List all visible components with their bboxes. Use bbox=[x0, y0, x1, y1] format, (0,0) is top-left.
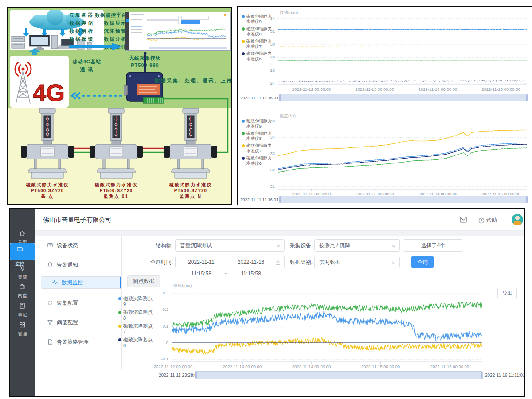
menu-item-alarm-notify[interactable]: 告警通知 bbox=[41, 258, 121, 272]
cloud-labels: 云服务器 数据存储 数据解析 数据反馈 bbox=[69, 11, 94, 43]
svg-text:位移(mm): 位移(mm) bbox=[279, 10, 298, 15]
mini-menu-line bbox=[131, 32, 142, 33]
gear-icon bbox=[19, 265, 26, 271]
displacement-time-slider[interactable] bbox=[279, 94, 528, 101]
mini-select bbox=[181, 16, 209, 20]
instrument-label: 磁致式静力水准仪 PT500-SZY20 监测点 N bbox=[157, 182, 224, 199]
home-icon bbox=[19, 230, 26, 237]
settlement-time-slider[interactable] bbox=[195, 371, 483, 379]
right-arrow-icon bbox=[69, 43, 122, 50]
svg-text:2022-11-15 00:00:00: 2022-11-15 00:00:00 bbox=[361, 364, 400, 369]
platform-label: 沉降预警 bbox=[95, 27, 127, 35]
system-diagram-panel: 云服务器 数据存储 数据解析 数据反馈 数据监控平台 数据显示 沉降预警 数据分… bbox=[7, 7, 232, 205]
time-range-picker[interactable]: 2022-11-11 11:15:58~2022-11-16 11:15:58 bbox=[175, 256, 285, 268]
structure-select[interactable]: 普量沉降测试 bbox=[175, 239, 285, 252]
svg-text:2022-11-13 00:00:00: 2022-11-13 00:00:00 bbox=[355, 87, 394, 92]
pulse-icon bbox=[52, 279, 58, 286]
category-select[interactable]: 实时数据 bbox=[314, 256, 400, 268]
sidebar-item-netdisk[interactable]: 网盘 bbox=[10, 283, 35, 299]
menu-item-aggregation-config[interactable]: 聚集配置 bbox=[41, 296, 121, 310]
temperature-time-slider[interactable] bbox=[279, 196, 528, 203]
legend-dot bbox=[118, 311, 121, 314]
settlement-chart: -0.100.10.20.32022-11-12 00:00:002022-11… bbox=[145, 284, 489, 373]
app-sidebar: 首页 监控 集成 网盘 事记 管理 bbox=[10, 209, 35, 396]
calendar-icon bbox=[275, 260, 281, 265]
svg-text:34: 34 bbox=[270, 16, 275, 21]
chevron-down-icon bbox=[391, 244, 396, 248]
level-meter-illustration bbox=[164, 108, 217, 179]
platform-label: 数据显示 bbox=[95, 19, 127, 27]
mini-sidebar-selected bbox=[126, 19, 129, 22]
svg-text:-0.1: -0.1 bbox=[161, 356, 168, 361]
svg-text:26: 26 bbox=[270, 68, 275, 73]
cloud-label: 数据反馈 bbox=[69, 35, 94, 43]
legend-dot bbox=[118, 325, 121, 328]
mini-menu-line bbox=[131, 19, 142, 20]
mini-sidebar bbox=[125, 12, 129, 50]
mini-chart bbox=[144, 24, 228, 46]
svg-text:24: 24 bbox=[270, 81, 275, 85]
platform-mini-screenshot bbox=[125, 12, 231, 51]
chevron-down-icon bbox=[276, 244, 281, 248]
svg-text:32: 32 bbox=[270, 29, 275, 34]
menu-item-threshold-config[interactable]: 阈值配置 bbox=[41, 315, 121, 329]
query-button[interactable]: 查询 bbox=[411, 256, 434, 268]
cloud-label: 云服务器 bbox=[69, 11, 94, 19]
level-meter-illustration bbox=[90, 108, 143, 179]
svg-text:温度(°C): 温度(°C) bbox=[280, 113, 296, 118]
svg-text:31: 31 bbox=[270, 184, 275, 189]
svg-text:2022-11-13 00:00:00: 2022-11-13 00:00:00 bbox=[223, 364, 262, 369]
sidebar-item-manage[interactable]: 管理 bbox=[10, 322, 35, 337]
menu-item-alarm-policy[interactable]: 告警策略管理 bbox=[41, 335, 121, 349]
sidebar-item-monitor[interactable]: 监控 bbox=[10, 243, 35, 260]
svg-text:0: 0 bbox=[166, 340, 168, 345]
svg-text:33: 33 bbox=[270, 151, 275, 156]
svg-text:2022-11-12 00:00:00: 2022-11-12 00:00:00 bbox=[154, 364, 193, 369]
svg-text:4G: 4G bbox=[33, 79, 65, 106]
svg-text:0.3: 0.3 bbox=[163, 291, 168, 295]
category-label: 数据类别: bbox=[288, 256, 313, 268]
svg-text:0.1: 0.1 bbox=[163, 324, 168, 329]
grid-icon bbox=[19, 322, 26, 328]
menu-item-data-monitor[interactable]: 数据监控 bbox=[41, 276, 121, 289]
structure-label: 结构物: bbox=[143, 239, 173, 252]
help-button[interactable]: 帮助 bbox=[478, 217, 497, 224]
legend-dot bbox=[242, 144, 245, 147]
slider-end-time: 2022-11-16 11:11:01 bbox=[485, 373, 525, 378]
device-select[interactable]: 按测点 / 沉降 bbox=[314, 239, 400, 252]
document-icon bbox=[47, 339, 53, 345]
mini-menu-selected bbox=[131, 26, 142, 27]
message-icon[interactable] bbox=[460, 217, 467, 223]
level-meter-illustration bbox=[21, 108, 74, 179]
menu-item-device-status[interactable]: 设备状态 bbox=[41, 238, 121, 252]
up-arrow-icon bbox=[29, 48, 40, 55]
app-header: 佛山市普量电子有限公司 帮助 卢春宁 bbox=[35, 209, 524, 231]
svg-text:35: 35 bbox=[270, 118, 275, 123]
svg-text:34: 34 bbox=[270, 135, 275, 139]
legend-dot bbox=[242, 40, 245, 43]
svg-text:32: 32 bbox=[270, 167, 275, 172]
funnel-icon bbox=[47, 319, 53, 325]
drive-icon bbox=[19, 283, 26, 290]
cloud-label: 数据存储 bbox=[69, 19, 94, 27]
svg-text:30: 30 bbox=[270, 42, 275, 46]
slider-start-time: 2022-11-11 11:16:01 bbox=[240, 197, 278, 202]
svg-text:2022-11-14 00:00:00: 2022-11-14 00:00:00 bbox=[292, 364, 331, 369]
mini-select bbox=[147, 16, 179, 20]
avatar[interactable] bbox=[512, 214, 523, 225]
svg-text:2022-11-14 00:00:00: 2022-11-14 00:00:00 bbox=[419, 87, 458, 92]
selected-count-box[interactable]: 选择了4个 bbox=[403, 239, 463, 252]
svg-text:2022-11-16 00:00:00: 2022-11-16 00:00:00 bbox=[430, 364, 469, 369]
instrument-label: 磁致式静力水准仪 PT500-SZY20 基 点 bbox=[14, 182, 81, 199]
sidebar-item-journal[interactable]: 事记 bbox=[10, 302, 35, 318]
module-caption: 数据采集、处理、通讯、上传 bbox=[155, 77, 233, 85]
legend-dot bbox=[242, 15, 245, 18]
device-status-icon bbox=[47, 242, 53, 248]
mini-slider bbox=[149, 47, 227, 49]
legend-dot bbox=[118, 297, 121, 300]
legend-dot bbox=[242, 52, 245, 55]
station-label: 通 讯 bbox=[70, 66, 104, 74]
legend-dot bbox=[242, 132, 245, 135]
sidebar-item-integration[interactable]: 集成 bbox=[10, 265, 35, 280]
export-button[interactable]: 导出 bbox=[497, 288, 517, 298]
